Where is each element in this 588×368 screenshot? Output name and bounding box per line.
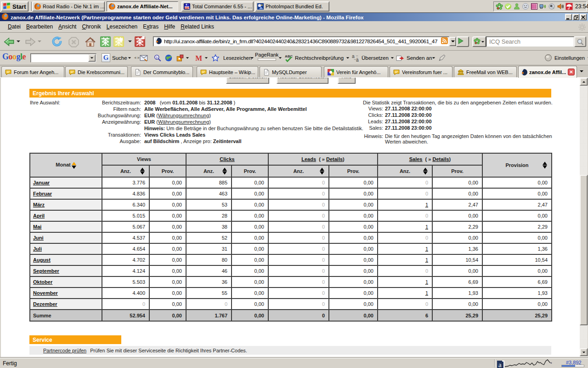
menu-datei[interactable]: Datei bbox=[5, 22, 23, 31]
google-spellcheck-label[interactable]: Rechtschreibprüfung bbox=[295, 55, 344, 61]
tab-close-button[interactable]: ✕ bbox=[568, 69, 575, 75]
cell-sales-anz[interactable]: 1 bbox=[378, 221, 432, 232]
scroll-down-button[interactable] bbox=[580, 348, 588, 356]
tab-5[interactable]: MySQLDumper bbox=[260, 66, 322, 77]
sort-arrows[interactable] bbox=[72, 162, 76, 169]
taskbar-task-3[interactable]: Total Commander 6.55 - ... bbox=[181, 1, 254, 12]
menu-ansicht[interactable]: Ansicht bbox=[56, 22, 79, 31]
cell-monat[interactable]: Dezember bbox=[30, 299, 102, 310]
page-button-1[interactable]: Statistik erstellen bbox=[226, 78, 269, 84]
currency-conversion-link[interactable]: Währungsumrechnung bbox=[158, 113, 209, 118]
month-link[interactable]: Juli bbox=[33, 246, 42, 252]
google-spellcheck-caret[interactable] bbox=[346, 57, 349, 58]
tea-yellow-button[interactable] bbox=[113, 36, 124, 48]
google-sendto-caret[interactable] bbox=[432, 57, 435, 58]
taskbar-task-4[interactable]: PhotoImpact Bundled Ed. bbox=[255, 1, 329, 12]
sub-header-anz[interactable]: Anz. bbox=[186, 165, 232, 177]
cell-monat[interactable]: Juli bbox=[30, 243, 102, 254]
month-link[interactable]: Oktober bbox=[33, 279, 52, 285]
page-button-2[interactable]: Rücklauf Leadskosten bbox=[277, 78, 328, 84]
month-link[interactable]: Februar bbox=[33, 191, 52, 196]
google-search-input[interactable] bbox=[30, 53, 96, 63]
cell-monat[interactable]: Februar bbox=[30, 188, 102, 199]
buddy-green-icon[interactable] bbox=[513, 3, 520, 10]
forward-button-dropdown[interactable] bbox=[38, 40, 41, 42]
tab-4[interactable]: Hauptseite – Wikip... bbox=[197, 66, 258, 77]
sub-header-anz[interactable]: Anz. bbox=[268, 165, 329, 177]
google-spellcheck-button[interactable]: ABC bbox=[285, 54, 293, 63]
google-bookmarks-button[interactable]: Lesezeichen bbox=[223, 55, 252, 61]
stop-button[interactable] bbox=[68, 36, 79, 48]
month-link[interactable]: Juni bbox=[33, 235, 44, 241]
scrollbar[interactable] bbox=[580, 78, 588, 358]
google-sendto-button[interactable] bbox=[396, 54, 404, 63]
cell-sales-anz[interactable]: 1 bbox=[378, 243, 432, 254]
tab-1[interactable]: Forum fuer Angeh... bbox=[1, 66, 64, 77]
sales-count-link[interactable]: 1 bbox=[425, 202, 428, 207]
sort-arrows[interactable] bbox=[543, 162, 547, 169]
menu-lesezeichen[interactable]: Lesezeichen bbox=[104, 22, 140, 31]
sub-header-prov[interactable]: Prov. bbox=[432, 165, 482, 177]
volume-gray-icon[interactable] bbox=[548, 3, 555, 10]
details-link[interactable]: Details bbox=[326, 156, 343, 162]
taskbar-task-2[interactable]: zanox.de Affiliate-Net... bbox=[107, 1, 178, 12]
sort-arrows[interactable] bbox=[423, 168, 428, 175]
menu-bearbeiten[interactable]: Bearbeiten bbox=[23, 22, 56, 31]
rss-icon[interactable] bbox=[441, 37, 448, 46]
cell-sales-anz[interactable]: 1 bbox=[378, 199, 432, 210]
icq-search-input[interactable]: ICQ Search bbox=[486, 36, 574, 47]
speaker-orange-icon[interactable] bbox=[557, 3, 564, 10]
tea-green-button[interactable] bbox=[100, 36, 111, 48]
menu-chronik[interactable]: Chronik bbox=[79, 22, 103, 31]
google-notes-button[interactable] bbox=[140, 54, 148, 63]
sort-arrows[interactable] bbox=[320, 168, 324, 175]
tab-6[interactable]: Verein für Angehö... bbox=[324, 66, 388, 77]
tab-8[interactable]: FreeMail von WEB... bbox=[454, 66, 517, 77]
sub-header-anz[interactable]: Anz. bbox=[102, 165, 149, 177]
google-sitesearch-button[interactable]: ? bbox=[153, 54, 162, 63]
avira-umbrella-icon[interactable] bbox=[565, 3, 573, 10]
tab-3[interactable]: Der Communityblo... bbox=[131, 66, 193, 77]
google-gmail-button[interactable]: M bbox=[195, 54, 203, 63]
start-button[interactable]: Start bbox=[1, 1, 28, 12]
tea-red-button[interactable] bbox=[135, 36, 145, 48]
google-search-dropdown[interactable] bbox=[88, 54, 96, 62]
sales-count-link[interactable]: 1 bbox=[425, 246, 428, 252]
google-sendto-label[interactable]: Senden an bbox=[407, 55, 432, 61]
cell-monat[interactable]: August bbox=[30, 254, 102, 265]
close-button[interactable] bbox=[580, 14, 587, 20]
back-button-dropdown[interactable] bbox=[17, 40, 20, 42]
minimize-button[interactable] bbox=[565, 14, 572, 20]
scrollbar-thumb[interactable] bbox=[580, 175, 588, 325]
tab-2[interactable]: Die Krebscommuni... bbox=[65, 66, 128, 77]
month-link[interactable]: Januar bbox=[33, 180, 50, 185]
sort-arrows[interactable] bbox=[222, 168, 227, 175]
month-link[interactable]: September bbox=[33, 268, 59, 274]
month-link[interactable]: Dezember bbox=[33, 301, 57, 307]
cell-monat[interactable]: Juni bbox=[30, 232, 102, 243]
icq-search-button[interactable] bbox=[574, 36, 586, 47]
scroll-up-button[interactable] bbox=[580, 78, 588, 86]
restore-button[interactable] bbox=[572, 14, 579, 20]
cell-sales-anz[interactable]: 1 bbox=[378, 276, 432, 288]
google-translate-caret[interactable] bbox=[391, 57, 394, 58]
cell-monat[interactable]: März bbox=[30, 199, 102, 210]
cell-monat[interactable]: November bbox=[30, 288, 102, 299]
cell-monat[interactable]: Oktober bbox=[30, 276, 102, 288]
sales-count-link[interactable]: 1 bbox=[425, 279, 428, 285]
sub-header-anz[interactable]: Anz. bbox=[378, 165, 432, 177]
month-link[interactable]: November bbox=[33, 290, 58, 296]
tab-list-dropdown[interactable] bbox=[580, 70, 583, 72]
go-button[interactable] bbox=[456, 36, 469, 47]
group-header-link[interactable]: Clicks bbox=[220, 156, 234, 162]
cell-sales-anz[interactable]: 1 bbox=[378, 254, 432, 265]
url-bar[interactable]: http://ui.zanox-affiliate.de/bin/z_in_fr… bbox=[153, 36, 449, 46]
google-gadgets-button[interactable] bbox=[176, 54, 184, 63]
cell-monat[interactable]: September bbox=[30, 265, 102, 276]
google-highlight-button[interactable] bbox=[438, 54, 446, 63]
cell-monat[interactable]: Januar bbox=[30, 177, 102, 188]
url-dropdown-button[interactable] bbox=[449, 37, 456, 46]
details-link[interactable]: Details bbox=[433, 156, 449, 162]
col-header-monat[interactable]: Monat bbox=[30, 153, 102, 177]
month-link[interactable]: März bbox=[33, 202, 45, 207]
